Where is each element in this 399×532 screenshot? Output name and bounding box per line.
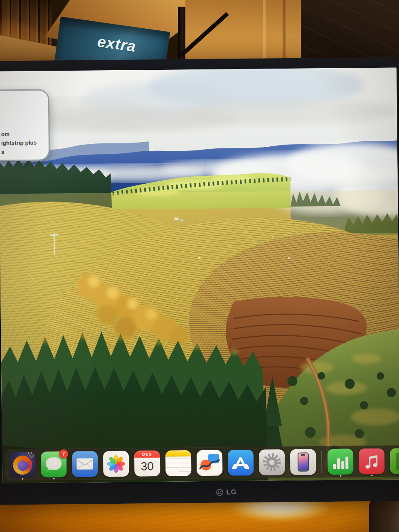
app-store-icon	[228, 450, 254, 476]
firefox-globe	[17, 461, 28, 471]
photo-of-monitor-scene: extra	[0, 0, 399, 532]
firefox-icon: ♡	[10, 452, 36, 478]
notification-panel[interactable]: om ightstrip plus s	[0, 89, 50, 161]
dock-item-app-store[interactable]	[228, 448, 254, 478]
notification-badge: 7	[59, 449, 68, 458]
lg-face-icon	[216, 488, 223, 496]
notes-icon	[165, 450, 192, 476]
screen: om ightstrip plus s ♡	[0, 67, 399, 483]
dock-item-partial-green-app[interactable]	[390, 446, 399, 476]
partial-green-app-icon	[390, 448, 399, 474]
gum-box-label: extra	[96, 33, 137, 56]
lg-logo: LG	[216, 488, 237, 496]
lg-brand-text: LG	[226, 488, 237, 496]
music-icon	[359, 448, 385, 475]
calendar-icon: DES 30	[134, 451, 160, 477]
dock-item-notes[interactable]	[165, 448, 192, 478]
dock-item-firefox[interactable]: ♡	[10, 450, 36, 480]
speech-bubble-icon	[46, 457, 62, 470]
calendar-month: DES	[134, 451, 160, 458]
dock-item-numbers[interactable]	[328, 446, 354, 477]
iphone-outline	[297, 452, 308, 471]
dock-item-calendar[interactable]: DES 30	[134, 448, 160, 479]
gear-icon	[259, 449, 285, 475]
bar-chart-bar	[341, 461, 344, 469]
bar-chart-bar	[337, 458, 340, 469]
iphone-notch	[301, 454, 305, 456]
heart-icon: ♡	[27, 452, 35, 460]
monitor: om ightstrip plus s ♡	[0, 57, 399, 505]
running-indicator	[53, 478, 55, 479]
envelope-icon	[76, 458, 93, 470]
dock-item-music[interactable]	[359, 446, 385, 477]
calendar-day: 30	[134, 458, 160, 475]
running-indicator	[371, 475, 372, 476]
music-note-icon	[359, 448, 385, 475]
dock: ♡ 7	[5, 445, 399, 481]
dock-item-system-settings[interactable]	[259, 447, 285, 478]
numbers-icon	[328, 448, 354, 475]
mail-icon	[72, 451, 98, 477]
notification-line-1: om	[1, 129, 37, 138]
settings-gear-icon	[259, 449, 285, 475]
bar-chart-bar	[333, 464, 336, 469]
dark-door	[301, 0, 399, 64]
dock-divider	[321, 451, 323, 473]
notification-line-3: s	[1, 147, 37, 156]
photos-icon	[103, 451, 129, 477]
dock-item-mail[interactable]	[72, 449, 98, 479]
app-store-a-glyph	[228, 450, 254, 476]
flower-icon	[105, 453, 128, 475]
dock-item-photos[interactable]	[103, 449, 129, 479]
iphone-mirroring-icon	[290, 449, 316, 475]
running-indicator	[340, 475, 341, 477]
freeform-icon	[197, 450, 223, 476]
notes-yellow-band	[165, 450, 191, 457]
wallpaper-foreground	[0, 67, 399, 483]
dock-item-messages[interactable]: 7	[41, 449, 67, 480]
bar-chart-bar	[345, 457, 348, 469]
running-indicator	[22, 478, 24, 480]
freeform-canvas-icon	[197, 450, 223, 476]
dock-item-iphone-mirroring[interactable]	[290, 447, 316, 477]
notification-line-2: ightstrip plus	[1, 138, 37, 148]
dock-item-freeform[interactable]	[197, 448, 223, 478]
partial-green-app-inner	[396, 452, 399, 470]
